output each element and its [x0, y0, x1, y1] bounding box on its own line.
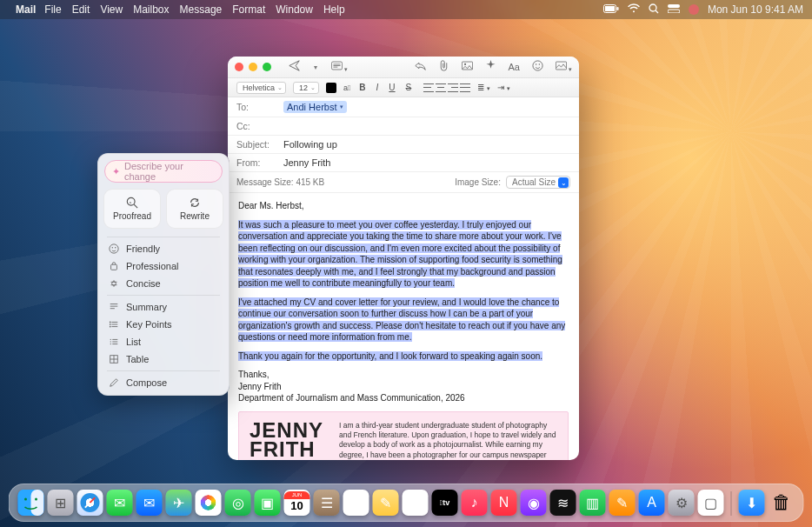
dock-photos[interactable]	[196, 490, 222, 516]
subject-row[interactable]: Subject: Following up	[228, 136, 579, 154]
send-icon[interactable]	[289, 59, 300, 75]
font-size-select[interactable]: 12 ⌄	[293, 82, 319, 94]
font-family-select[interactable]: Helvetica ⌄	[236, 82, 286, 94]
align-center-button[interactable]	[436, 83, 446, 92]
dock-notes[interactable]: ✎	[373, 490, 399, 516]
dock-pages[interactable]: ✎	[609, 490, 636, 516]
battery-icon[interactable]	[603, 3, 619, 16]
dock-maps[interactable]: ✈	[166, 490, 192, 516]
dock-find-my[interactable]: ◎	[225, 490, 251, 516]
reply-icon[interactable]	[415, 59, 426, 75]
align-right-button[interactable]	[448, 83, 458, 92]
dock-safari[interactable]	[77, 490, 103, 516]
menu-view[interactable]: View	[100, 3, 123, 16]
insert-photo-icon[interactable]	[462, 59, 473, 75]
subject-label: Subject:	[236, 139, 278, 150]
writing-tools-popover: ✦ Describe your change a Proofread Rewri…	[97, 153, 230, 396]
attached-resume-preview[interactable]: JENNY FRITH I am a third-year student un…	[238, 411, 569, 461]
body-greeting: Dear Ms. Herbst,	[238, 200, 569, 212]
menu-edit[interactable]: Edit	[72, 3, 90, 16]
menu-format[interactable]: Format	[232, 3, 265, 16]
mail-compose-window: ▾ ▾ Aa ▾ Helvetica ⌄ 12 ⌄ a⃠ B I U S	[228, 57, 579, 460]
tone-professional[interactable]: Professional	[98, 257, 229, 275]
dock-mail[interactable]: ✉	[136, 490, 163, 516]
dock-reminders[interactable]: ☰	[343, 490, 369, 516]
indent-button[interactable]: ⇥ ▾	[497, 83, 510, 92]
menu-mailbox[interactable]: Mailbox	[133, 3, 169, 16]
media-browser-icon[interactable]: ▾	[556, 59, 572, 75]
dock-messages[interactable]: ✉	[107, 490, 133, 516]
sparkle-icon: ✦	[112, 166, 120, 177]
tone-friendly[interactable]: Friendly	[98, 240, 229, 257]
sparkle-icon[interactable]	[485, 59, 496, 75]
window-close-button[interactable]	[235, 63, 243, 71]
to-recipient-chip[interactable]: Andi Herbst	[283, 101, 347, 113]
menubar-app-name[interactable]: Mail	[16, 3, 36, 16]
transform-table[interactable]: Table	[98, 350, 229, 368]
dock-podcasts[interactable]: ◉	[521, 490, 547, 516]
window-minimize-button[interactable]	[249, 63, 257, 71]
image-size-select[interactable]: Actual Size ⌄	[506, 176, 570, 189]
format-text-icon[interactable]: Aa	[509, 62, 520, 72]
compose-body[interactable]: Dear Ms. Herbst, It was such a pleasure …	[228, 193, 579, 460]
dock-finder[interactable]	[18, 490, 44, 516]
header-fields-icon[interactable]: ▾	[331, 59, 348, 75]
dock-trash[interactable]: 🗑	[769, 490, 795, 516]
transform-list[interactable]: List	[98, 333, 229, 350]
dock-music[interactable]: ♪	[462, 490, 488, 516]
text-color-swatch[interactable]	[326, 83, 336, 93]
dock-stocks[interactable]: ≋	[550, 490, 576, 516]
bold-button[interactable]: B	[357, 83, 367, 92]
dock-downloads[interactable]: ⬇	[739, 490, 765, 516]
tone-concise[interactable]: Concise	[98, 275, 229, 292]
attach-icon[interactable]	[438, 59, 449, 75]
dock-appstore[interactable]: A	[639, 490, 665, 516]
user-avatar-icon[interactable]	[689, 4, 699, 15]
menubar-clock[interactable]: Mon Jun 10 9:41 AM	[708, 3, 803, 16]
dock-calendar[interactable]: JUN10	[284, 490, 310, 516]
image-size-label: Image Size:	[455, 177, 501, 187]
dock-launchpad[interactable]: ⊞	[48, 490, 74, 516]
window-titlebar[interactable]: ▾ ▾ Aa ▾	[228, 57, 579, 78]
italic-button[interactable]: I	[375, 83, 381, 92]
list-button[interactable]: ≣ ▾	[477, 83, 490, 92]
menu-help[interactable]: Help	[323, 3, 345, 16]
to-row[interactable]: To: Andi Herbst	[228, 97, 579, 117]
transform-summary[interactable]: Summary	[98, 298, 229, 316]
message-size-value: 415 KB	[296, 177, 324, 187]
dock-contacts[interactable]: ☰	[314, 490, 340, 516]
align-justify-button[interactable]	[460, 83, 470, 92]
send-dropdown-icon[interactable]: ▾	[314, 63, 317, 71]
dock-settings[interactable]: ⚙	[669, 490, 695, 516]
svg-point-45	[35, 498, 37, 501]
dock-numbers[interactable]: ▥	[580, 490, 606, 516]
emoji-icon[interactable]	[532, 59, 543, 75]
dock-iphone-mirroring[interactable]: ▢	[698, 490, 724, 516]
align-left-button[interactable]	[423, 83, 434, 92]
rewrite-button[interactable]: Rewrite	[166, 189, 223, 229]
subject-field[interactable]: Following up	[283, 139, 570, 150]
dock-news[interactable]: N	[491, 490, 517, 516]
underline-button[interactable]: U	[387, 83, 396, 92]
dock-facetime[interactable]: ▣	[255, 490, 281, 516]
from-row[interactable]: From: Jenny Frith	[228, 154, 579, 172]
control-center-icon[interactable]	[668, 3, 680, 16]
menu-file[interactable]: File	[44, 3, 61, 16]
from-field[interactable]: Jenny Frith	[283, 157, 570, 168]
to-label: To:	[236, 102, 278, 112]
describe-change-placeholder: Describe your change	[124, 161, 215, 182]
clear-format-icon[interactable]: a⃠	[343, 83, 350, 92]
wifi-icon[interactable]	[628, 3, 640, 16]
proofread-button[interactable]: a Proofread	[103, 189, 161, 229]
transform-keypoints[interactable]: Key Points	[98, 316, 229, 333]
dock-tv[interactable]: tv	[432, 490, 458, 516]
menu-message[interactable]: Message	[180, 3, 223, 16]
cc-row[interactable]: Cc:	[228, 117, 579, 136]
dock-freeform[interactable]: 〰	[403, 490, 429, 516]
menu-window[interactable]: Window	[276, 3, 313, 16]
compose-action[interactable]: Compose	[98, 374, 229, 391]
spotlight-search-icon[interactable]	[649, 3, 659, 17]
describe-change-input[interactable]: ✦ Describe your change	[104, 160, 223, 183]
window-zoom-button[interactable]	[263, 63, 271, 71]
strikethrough-button[interactable]: S	[404, 83, 414, 92]
